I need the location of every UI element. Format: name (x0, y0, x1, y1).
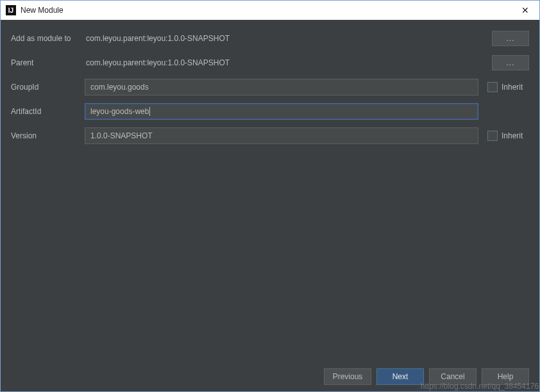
artifact-id-input[interactable]: leyou-goods-web (85, 103, 478, 120)
version-input[interactable] (85, 127, 478, 144)
label-parent: Parent (11, 58, 85, 67)
row-artifact-id: ArtifactId leyou-goods-web Inherit (11, 103, 529, 120)
browse-add-as-module-button[interactable]: ... (492, 31, 529, 46)
next-button[interactable]: Next (376, 368, 424, 385)
artifact-id-value: leyou-goods-web (90, 107, 149, 116)
label-version: Version (11, 131, 85, 140)
button-bar: Previous Next Cancel Help (11, 363, 529, 385)
row-group-id: GroupId Inherit (11, 79, 529, 95)
inherit-group-id-checkbox[interactable] (487, 82, 498, 92)
group-id-input[interactable] (85, 79, 478, 95)
titlebar: IJ New Module ✕ (1, 1, 539, 20)
browse-parent-button[interactable]: ... (492, 55, 529, 70)
row-version: Version Inherit (11, 127, 529, 144)
row-add-as-module-to: Add as module to com.leyou.parent:leyou:… (11, 30, 529, 47)
row-parent: Parent com.leyou.parent:leyou:1.0.0-SNAP… (11, 54, 529, 71)
label-artifact-id: ArtifactId (11, 107, 85, 116)
label-add-as-module-to: Add as module to (11, 34, 85, 43)
cancel-button[interactable]: Cancel (429, 368, 477, 385)
inherit-group-id-wrap: Inherit (487, 82, 529, 92)
dialog-window: IJ New Module ✕ Add as module to com.ley… (0, 0, 540, 392)
window-title: New Module (21, 6, 516, 15)
label-group-id: GroupId (11, 83, 85, 92)
dialog-body: Add as module to com.leyou.parent:leyou:… (1, 20, 539, 391)
app-icon: IJ (6, 5, 16, 15)
inherit-group-id-label: Inherit (502, 83, 523, 92)
close-icon[interactable]: ✕ (516, 4, 534, 17)
value-parent: com.leyou.parent:leyou:1.0.0-SNAPSHOT (85, 58, 485, 67)
value-add-as-module-to: com.leyou.parent:leyou:1.0.0-SNAPSHOT (85, 34, 485, 43)
inherit-version-wrap: Inherit (487, 131, 529, 141)
previous-button[interactable]: Previous (324, 368, 371, 385)
inherit-version-checkbox[interactable] (487, 131, 498, 141)
help-button[interactable]: Help (482, 368, 529, 385)
content-spacer (11, 152, 529, 363)
text-cursor-icon (149, 107, 150, 116)
inherit-version-label: Inherit (502, 131, 523, 140)
